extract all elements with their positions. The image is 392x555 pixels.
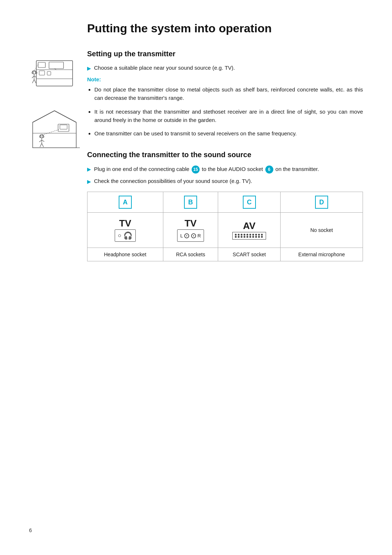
col-c-desc: SCART socket bbox=[218, 248, 281, 261]
svg-rect-22 bbox=[60, 125, 67, 129]
svg-rect-0 bbox=[36, 61, 73, 86]
note-label: Note: bbox=[87, 76, 363, 82]
connecting-step2: ▶ Check the connection possibilities of … bbox=[87, 178, 363, 184]
section-title-connecting: Connecting the transmitter to the sound … bbox=[87, 151, 363, 159]
col-header-c: C bbox=[218, 192, 281, 213]
col-header-d: D bbox=[281, 192, 363, 213]
col-header-b: B bbox=[163, 192, 218, 213]
table-header-row: A B C D bbox=[87, 192, 363, 213]
col-b-icon: TV L ⊙ ⊙ R bbox=[163, 213, 218, 248]
col-d-icon: No socket bbox=[281, 213, 363, 248]
svg-line-25 bbox=[40, 143, 42, 147]
connecting-step1: ▶ Plug in one end of the connecting cabl… bbox=[87, 166, 363, 174]
col-c-icon: AV bbox=[218, 213, 281, 248]
note-item-1: Do not place the transmitter close to me… bbox=[94, 85, 363, 102]
transmitter-step1: ▶ Choose a suitable place near your soun… bbox=[87, 65, 363, 71]
svg-marker-17 bbox=[33, 111, 76, 148]
section-title-transmitter: Setting up the transmitter bbox=[87, 50, 363, 58]
svg-line-12 bbox=[32, 76, 34, 78]
col-a-icon: TV ○ 🎧 bbox=[87, 213, 163, 248]
svg-line-27 bbox=[39, 140, 42, 142]
svg-rect-5 bbox=[39, 71, 45, 75]
svg-line-26 bbox=[42, 143, 44, 147]
col-d-desc: External microphone bbox=[281, 248, 363, 261]
illustration-tv-setup bbox=[29, 53, 80, 97]
note-list: Do not place the transmitter close to me… bbox=[87, 85, 363, 138]
col-a-desc: Headphone socket bbox=[87, 248, 163, 261]
svg-line-19 bbox=[54, 111, 76, 122]
svg-line-10 bbox=[32, 79, 34, 83]
svg-rect-7 bbox=[38, 62, 45, 68]
col-b-desc: RCA sockets bbox=[163, 248, 218, 261]
svg-rect-6 bbox=[47, 72, 51, 75]
table-icon-row: TV ○ 🎧 TV bbox=[87, 213, 363, 248]
page-title: Putting the system into operation bbox=[29, 22, 363, 35]
note-item-3: One transmitter can be used to transmit … bbox=[94, 129, 363, 138]
arrow-icon-1: ▶ bbox=[87, 65, 91, 71]
svg-line-28 bbox=[42, 140, 44, 142]
illustration-house-setup bbox=[29, 108, 80, 151]
arrow-icon-3: ▶ bbox=[87, 179, 91, 184]
svg-rect-3 bbox=[49, 62, 64, 69]
svg-line-11 bbox=[34, 79, 36, 83]
badge-6: 6 bbox=[265, 166, 273, 174]
arrow-icon-2: ▶ bbox=[87, 166, 91, 172]
main-content: Setting up the transmitter ▶ Choose a su… bbox=[87, 50, 363, 261]
svg-line-18 bbox=[33, 111, 54, 122]
table-desc-row: Headphone socket RCA sockets SCART socke… bbox=[87, 248, 363, 261]
page-number: 6 bbox=[29, 527, 32, 533]
badge-15: 15 bbox=[192, 166, 200, 174]
svg-line-31 bbox=[42, 130, 59, 135]
connection-table: A B C D bbox=[87, 192, 363, 261]
illustrations-panel bbox=[29, 50, 87, 261]
col-header-a: A bbox=[87, 192, 163, 213]
svg-line-13 bbox=[34, 76, 36, 77]
note-item-2: It is not necessary that the transmitter… bbox=[94, 107, 363, 125]
